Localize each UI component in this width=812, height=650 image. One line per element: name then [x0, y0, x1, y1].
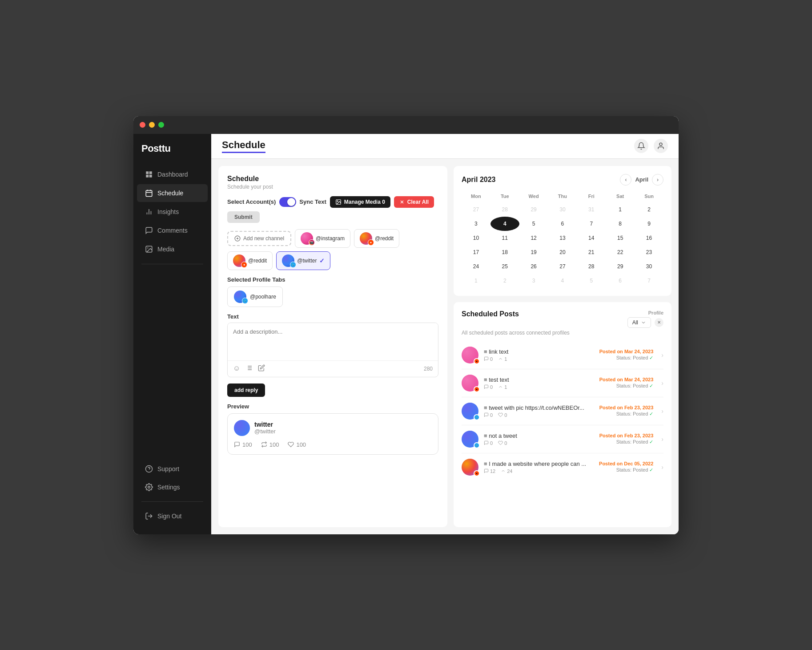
calendar-day[interactable]: 28 — [577, 259, 606, 274]
calendar-day[interactable]: 1 — [462, 274, 490, 288]
sync-text-label: Sync Text — [299, 198, 326, 205]
user-avatar-button[interactable] — [654, 139, 668, 153]
calendar-day[interactable]: 8 — [606, 217, 635, 231]
account-chip-reddit-1[interactable]: ● @reddit — [354, 229, 399, 248]
profile-tab-poolhare[interactable]: 🐦 @poolhare — [227, 287, 283, 307]
post-chevron-icon: › — [661, 464, 663, 471]
twitter-badge: 🐦 — [290, 262, 296, 268]
calendar-day[interactable]: 28 — [490, 202, 519, 217]
sidebar-item-schedule[interactable]: Schedule — [137, 184, 208, 202]
emoji-icon[interactable]: ☺ — [233, 364, 240, 373]
sidebar-item-insights[interactable]: Insights — [137, 203, 208, 221]
calendar-day[interactable]: 3 — [462, 217, 490, 231]
calendar-day[interactable]: 27 — [462, 202, 490, 217]
preview-label: Preview — [227, 403, 438, 410]
calendar-day[interactable]: 4 — [548, 274, 577, 288]
sidebar-item-support[interactable]: Support — [137, 460, 208, 478]
text-input[interactable] — [228, 323, 438, 359]
calendar-day[interactable]: 6 — [548, 217, 577, 231]
post-avatar-wrap: 🐦 — [462, 403, 478, 420]
calendar-day[interactable]: 25 — [490, 259, 519, 274]
notification-bell-button[interactable] — [634, 139, 648, 153]
calendar-day[interactable]: 2 — [490, 274, 519, 288]
calendar-day[interactable]: 20 — [548, 245, 577, 259]
tweet-handle: @twitter — [254, 428, 276, 435]
calendar-day[interactable]: 4 — [490, 217, 519, 231]
sync-text-toggle[interactable] — [279, 197, 296, 207]
calendar-day[interactable]: 7 — [635, 274, 663, 288]
calendar-day[interactable]: 14 — [577, 231, 606, 245]
scheduled-post-item[interactable]: 🐦 ≡ tweet with pic https://t.co/wNEBEOr.… — [462, 397, 663, 425]
calendar-day[interactable]: 29 — [606, 259, 635, 274]
calendar-title: April 2023 — [462, 176, 495, 184]
account-chip-reddit-2[interactable]: ● @reddit — [227, 251, 273, 270]
add-reply-button[interactable]: add reply — [227, 384, 265, 397]
calendar-day[interactable]: 31 — [577, 202, 606, 217]
gear-icon — [145, 483, 153, 491]
scheduled-post-item[interactable]: ● ≡ I made a website where people can ..… — [462, 453, 663, 481]
post-stats: 0 1 — [484, 384, 594, 390]
sidebar-item-comments[interactable]: Comments — [137, 222, 208, 239]
calendar-day[interactable]: 9 — [635, 217, 663, 231]
calendar-day[interactable]: 16 — [635, 231, 663, 245]
post-comments: 0 — [484, 356, 493, 362]
calendar-day[interactable]: 19 — [519, 245, 548, 259]
scheduled-post-item[interactable]: ● ≡ link text 0 1 Posted on Mar 24, 2023… — [462, 341, 663, 369]
calendar-day[interactable]: 7 — [577, 217, 606, 231]
calendar-day[interactable]: 2 — [635, 202, 663, 217]
edit-icon[interactable] — [258, 364, 265, 373]
account-chip-instagram[interactable]: 📷 @instagram — [295, 229, 350, 248]
post-stats: 0 1 — [484, 356, 594, 362]
calendar-day[interactable]: 27 — [548, 259, 577, 274]
post-social-badge: 🐦 — [474, 414, 480, 420]
calendar-day[interactable]: 17 — [462, 245, 490, 259]
sidebar-item-settings[interactable]: Settings — [137, 478, 208, 496]
post-text: ≡ I made a website where people can ... — [484, 460, 594, 467]
sidebar-item-media[interactable]: Media — [137, 240, 208, 258]
calendar-day[interactable]: 12 — [519, 231, 548, 245]
scheduled-post-item[interactable]: 🐦 ≡ not a tweet 0 0 Posted on Feb 23, 20… — [462, 425, 663, 453]
svg-point-13 — [659, 143, 662, 145]
calendar-day[interactable]: 23 — [635, 245, 663, 259]
tweet-user-name: twitter — [254, 421, 276, 428]
account-chip-twitter[interactable]: 🐦 @twitter ✓ — [276, 251, 330, 270]
scheduled-post-item[interactable]: ● ≡ test text 0 1 Posted on Mar 24, 2023… — [462, 369, 663, 397]
fullscreen-dot[interactable] — [158, 122, 164, 128]
profile-filter-select[interactable]: All — [627, 317, 651, 328]
clear-all-label: Clear All — [407, 199, 429, 205]
calendar-day[interactable]: 13 — [548, 231, 577, 245]
calendar-day[interactable]: 26 — [519, 259, 548, 274]
sidebar-item-dashboard[interactable]: Dashboard — [137, 166, 208, 183]
calendar-next-button[interactable]: › — [652, 174, 663, 186]
calendar-day[interactable]: 30 — [548, 202, 577, 217]
calendar-day[interactable]: 21 — [577, 245, 606, 259]
close-filter-button[interactable]: ✕ — [655, 318, 663, 327]
calendar-day[interactable]: 24 — [462, 259, 490, 274]
add-channel-button[interactable]: Add new channel — [227, 231, 291, 246]
instagram-badge: 📷 — [309, 239, 315, 246]
calendar-day[interactable]: 15 — [606, 231, 635, 245]
calendar-day[interactable]: 1 — [606, 202, 635, 217]
calendar-day[interactable]: 5 — [519, 217, 548, 231]
calendar-day[interactable]: 29 — [519, 202, 548, 217]
list-icon[interactable] — [245, 364, 253, 373]
calendar-day[interactable]: 5 — [577, 274, 606, 288]
calendar-day[interactable]: 6 — [606, 274, 635, 288]
calendar-day[interactable]: 30 — [635, 259, 663, 274]
clear-all-button[interactable]: Clear All — [394, 196, 434, 208]
calendar-day[interactable]: 3 — [519, 274, 548, 288]
calendar-day[interactable]: 11 — [490, 231, 519, 245]
calendar-day[interactable]: 18 — [490, 245, 519, 259]
submit-button[interactable]: Submit — [227, 211, 260, 223]
help-icon — [145, 465, 153, 473]
calendar-day[interactable]: 22 — [606, 245, 635, 259]
minimize-dot[interactable] — [149, 122, 155, 128]
tweet-stats: 100 100 100 — [234, 441, 432, 448]
calendar-day[interactable]: 10 — [462, 231, 490, 245]
editor-icons: ☺ — [233, 364, 265, 373]
close-dot[interactable] — [140, 122, 145, 128]
calendar-prev-button[interactable]: ‹ — [620, 174, 631, 186]
sidebar-sign-out[interactable]: Sign Out — [137, 507, 208, 525]
manage-media-button[interactable]: Manage Media 0 — [330, 196, 390, 208]
cal-day-mon: Mon — [462, 192, 490, 202]
